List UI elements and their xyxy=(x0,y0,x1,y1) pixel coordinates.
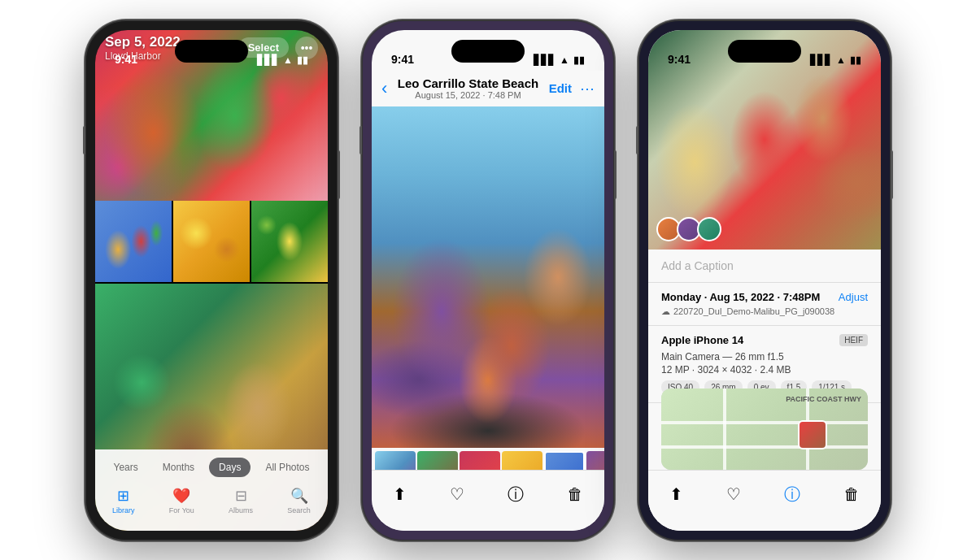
dynamic-island-3 xyxy=(728,40,801,63)
action-bar-2: ⬆ ♡ ⓘ 🗑 xyxy=(372,470,604,531)
device-header: Apple iPhone 14 HEIF xyxy=(661,334,868,346)
dynamic-island-1 xyxy=(175,40,248,63)
signal-icon: ▋▋▋ xyxy=(257,54,279,66)
photo-thumb-2[interactable] xyxy=(173,201,250,282)
trash-button-3[interactable]: 🗑 xyxy=(843,485,860,504)
status-icons-2: ▋▋▋ ▲ ▮▮ xyxy=(534,54,585,66)
map-label: PACIFIC COAST HWY xyxy=(786,395,861,403)
camera-detail: Main Camera — 26 mm f1.5 xyxy=(661,351,868,362)
status-icons-3: ▋▋▋ ▲ ▮▮ xyxy=(810,54,861,66)
dynamic-island-2 xyxy=(451,40,525,63)
detail-main-photo[interactable] xyxy=(372,106,604,448)
share-button-3[interactable]: ⬆ xyxy=(669,484,683,504)
format-badge: HEIF xyxy=(839,334,868,346)
tab-bar-1: ⊞ Library ❤️ For You ⊟ Albums 🔍 Search xyxy=(95,484,328,531)
battery-icon-3: ▮▮ xyxy=(850,54,861,66)
meta-row-date: Monday · Aug 15, 2022 · 7:48PM Adjust xyxy=(661,291,868,303)
signal-icon-3: ▋▋▋ xyxy=(810,54,832,66)
tab-albums[interactable]: ⊟ Albums xyxy=(229,487,253,514)
photo-thumb-1[interactable] xyxy=(95,201,172,282)
adjust-button[interactable]: Adjust xyxy=(839,291,868,303)
header-actions: Edit ⋯ xyxy=(549,80,595,98)
specs-detail: 12 MP · 3024 × 4032 · 2.4 MB xyxy=(661,364,868,376)
status-time-2: 9:41 xyxy=(391,53,414,66)
status-time-1: 9:41 xyxy=(115,53,137,66)
search-icon: 🔍 xyxy=(290,487,308,505)
library-icon: ⊞ xyxy=(117,487,129,505)
battery-icon-2: ▮▮ xyxy=(573,54,585,66)
device-name: Apple iPhone 14 xyxy=(661,334,743,346)
person-3 xyxy=(697,217,721,241)
battery-icon: ▮▮ xyxy=(297,54,308,66)
filename-text: 220720_Dul_Demo-Malibu_PG_j090038 xyxy=(673,306,834,316)
back-button[interactable]: ‹ xyxy=(381,78,387,99)
share-button[interactable]: ⬆ xyxy=(393,484,407,504)
status-icons-1: ▋▋▋ ▲ ▮▮ xyxy=(257,54,308,66)
tab-foryou-label: For You xyxy=(169,506,194,514)
tab-search-label: Search xyxy=(287,506,311,514)
detail-subtitle: August 15, 2022 · 7:48 PM xyxy=(398,90,538,100)
wifi-icon-3: ▲ xyxy=(836,54,846,66)
status-time-3: 9:41 xyxy=(668,53,691,66)
meta-section: Monday · Aug 15, 2022 · 7:48PM Adjust ☁ … xyxy=(648,283,881,326)
heart-button-3[interactable]: ♡ xyxy=(726,484,741,504)
more-dots-button[interactable]: ⋯ xyxy=(580,80,595,98)
signal-icon-2: ▋▋▋ xyxy=(534,54,556,66)
tab-library[interactable]: ⊞ Library xyxy=(112,487,135,514)
wifi-icon: ▲ xyxy=(283,54,293,66)
photo-thumb-3[interactable] xyxy=(251,201,328,282)
photo-row xyxy=(95,201,328,282)
tab-foryou[interactable]: ❤️ For You xyxy=(169,487,194,514)
caption-field[interactable]: Add a Caption xyxy=(648,250,881,283)
nav-bar-1: Years Months Days All Photos ⊞ Library ❤… xyxy=(95,449,328,531)
map-section[interactable]: PACIFIC COAST HWY xyxy=(661,389,868,470)
filter-allphotos[interactable]: All Photos xyxy=(255,458,319,477)
filter-days[interactable]: Days xyxy=(209,458,251,477)
filter-years[interactable]: Years xyxy=(104,458,148,477)
map-road-h1 xyxy=(661,421,868,424)
info-button-3[interactable]: ⓘ xyxy=(784,484,800,506)
filter-months[interactable]: Months xyxy=(153,458,204,477)
map-road-h2 xyxy=(661,445,868,449)
albums-icon: ⊟ xyxy=(235,487,247,505)
map-road-v1 xyxy=(723,389,726,470)
phone-1: 9:41 ▋▋▋ ▲ ▮▮ Sep 5, 2022 Lloyd Harbor S… xyxy=(85,20,338,540)
info-button[interactable]: ⓘ xyxy=(508,484,524,506)
people-circles xyxy=(656,217,721,241)
tab-search[interactable]: 🔍 Search xyxy=(287,487,311,514)
wifi-icon-2: ▲ xyxy=(560,54,569,66)
detail-header: ‹ Leo Carrillo State Beach August 15, 20… xyxy=(372,71,604,106)
meta-filename: ☁ 220720_Dul_Demo-Malibu_PG_j090038 xyxy=(661,306,868,317)
action-bar-3: ⬆ ♡ ⓘ 🗑 xyxy=(648,470,881,531)
phone-3: 9:41 ▋▋▋ ▲ ▮▮ Add a Caption xyxy=(638,20,891,540)
tab-library-label: Library xyxy=(112,506,135,514)
map-pin xyxy=(798,420,827,449)
phone-2: 9:41 ▋▋▋ ▲ ▮▮ ‹ Leo Carrillo State Beach… xyxy=(362,20,614,540)
map-background: PACIFIC COAST HWY xyxy=(661,389,868,470)
heart-button[interactable]: ♡ xyxy=(450,484,464,504)
cloud-icon: ☁ xyxy=(661,306,670,317)
edit-button[interactable]: Edit xyxy=(549,81,572,95)
time-filter-bar: Years Months Days All Photos xyxy=(95,449,328,484)
foryou-icon: ❤️ xyxy=(172,487,190,505)
header-title-group: Leo Carrillo State Beach August 15, 2022… xyxy=(398,76,538,100)
detail-title: Leo Carrillo State Beach xyxy=(398,76,538,90)
tab-albums-label: Albums xyxy=(229,506,253,514)
meta-date: Monday · Aug 15, 2022 · 7:48PM xyxy=(661,291,820,303)
trash-button[interactable]: 🗑 xyxy=(567,485,583,504)
